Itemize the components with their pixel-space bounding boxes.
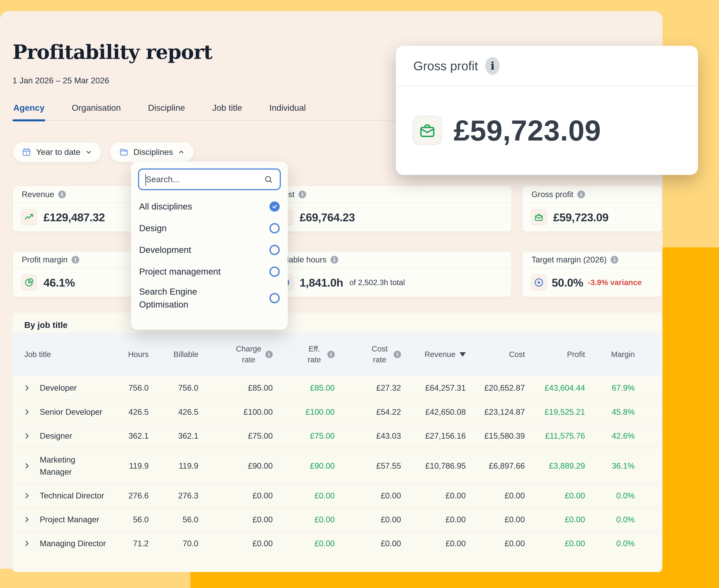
table-cell: £3,889.29: [549, 461, 585, 470]
table-cell: £0.00: [381, 515, 401, 524]
table-row: Senior Developer426.5426.5£100.00£100.00…: [13, 400, 662, 424]
table-cell: 756.0: [128, 383, 149, 393]
expand-chevron-icon[interactable]: [23, 432, 30, 440]
col-header-charge-rate[interactable]: Charge ratei: [235, 333, 273, 376]
background-orange-right: [662, 247, 719, 588]
table-cell: 119.9: [179, 461, 198, 470]
info-icon[interactable]: i: [330, 256, 338, 264]
radio-icon[interactable]: [269, 245, 280, 255]
option-design[interactable]: Design: [139, 217, 280, 239]
option-project-management[interactable]: Project management: [139, 261, 280, 282]
gross-profit-callout: Gross profit i £59,723.09: [396, 46, 698, 175]
tab-discipline[interactable]: Discipline: [147, 103, 186, 120]
job-title-cell: Managing Director: [40, 538, 106, 550]
revenue-label: Revenue: [22, 190, 54, 199]
billable-hours-card: Billable hours i 1,841.0h of 2,502.3h to…: [269, 251, 512, 297]
col-header-hours[interactable]: Hours: [128, 333, 149, 376]
expand-chevron-icon[interactable]: [23, 384, 30, 392]
expand-chevron-icon[interactable]: [23, 408, 30, 416]
table-cell: £20,652.87: [485, 383, 525, 393]
table-cell: 71.2: [133, 539, 149, 548]
disciplines-filter-button[interactable]: Disciplines: [110, 142, 194, 162]
col-header-margin[interactable]: Margin: [611, 333, 635, 376]
table-cell: £0.00: [565, 539, 585, 548]
tab-agency[interactable]: Agency: [13, 103, 45, 120]
chevron-up-icon: [178, 149, 185, 155]
sort-desc-icon: [459, 352, 466, 357]
info-icon[interactable]: i: [327, 351, 335, 358]
col-header-billable[interactable]: Billable: [173, 333, 198, 376]
briefcase-icon: [531, 209, 547, 225]
disciplines-dropdown: All disciplines Design Development Proje…: [131, 162, 288, 330]
table-cell: £0.00: [252, 491, 273, 500]
info-icon[interactable]: i: [71, 256, 79, 264]
col-header-cost[interactable]: Cost: [509, 333, 525, 376]
col-header-job-title[interactable]: Job title: [24, 333, 51, 376]
table-cell: £85.00: [310, 383, 335, 393]
table-cell: £11,575.76: [545, 431, 585, 441]
option-development[interactable]: Development: [139, 239, 280, 261]
billable-hours-value: 1,841.0h: [300, 276, 343, 289]
info-icon[interactable]: i: [58, 191, 66, 198]
option-all-disciplines[interactable]: All disciplines: [139, 196, 280, 217]
section-title: By job title: [24, 320, 67, 330]
table-row: Developer756.0756.0£85.00£85.00£27.32£64…: [13, 376, 662, 400]
search-box[interactable]: [138, 168, 281, 190]
info-icon[interactable]: i: [299, 191, 306, 198]
table-cell: £27.32: [376, 383, 401, 393]
search-input[interactable]: [146, 174, 264, 184]
radio-checked-icon[interactable]: [269, 202, 280, 212]
disciplines-filter-label: Disciplines: [133, 147, 173, 157]
expand-chevron-icon[interactable]: [23, 540, 30, 547]
expand-chevron-icon[interactable]: [23, 516, 30, 523]
page-title: Profitability report: [13, 40, 212, 63]
table-cell: £100.00: [244, 407, 273, 417]
table-cell: 0.0%: [616, 539, 635, 548]
expand-chevron-icon[interactable]: [23, 462, 30, 469]
tab-individual[interactable]: Individual: [268, 103, 307, 120]
table-cell: £64,257.31: [425, 383, 466, 393]
tab-organisation[interactable]: Organisation: [71, 103, 122, 120]
table-cell: £0.00: [252, 515, 273, 524]
col-header-eff-rate[interactable]: Eff. ratei: [304, 333, 335, 376]
info-icon[interactable]: i: [611, 256, 618, 264]
table-cell: £0.00: [314, 491, 335, 500]
tab-job-title[interactable]: Job title: [211, 103, 243, 120]
gross-profit-label: Gross profit: [532, 190, 573, 199]
job-title-cell: Technical Director: [40, 489, 104, 502]
expand-chevron-icon[interactable]: [23, 492, 30, 499]
table-cell: 276.3: [178, 491, 198, 500]
info-icon[interactable]: i: [485, 57, 500, 75]
info-icon[interactable]: i: [265, 351, 273, 358]
table-row: Technical Director276.6276.3£0.00£0.00£0…: [13, 484, 662, 507]
gross-profit-value: £59,723.09: [553, 211, 609, 224]
col-header-revenue[interactable]: Revenue: [425, 333, 466, 376]
table-cell: £15,580.39: [485, 431, 525, 441]
col-header-cost-rate[interactable]: Cost ratei: [369, 333, 401, 376]
table-cell: 426.5: [178, 407, 198, 417]
gross-profit-card: Gross profit i £59,723.09: [522, 186, 662, 232]
profit-margin-value: 46.1%: [43, 276, 75, 289]
table-cell: £43.03: [376, 431, 401, 441]
info-icon[interactable]: i: [577, 191, 585, 198]
radio-icon[interactable]: [269, 293, 280, 303]
table-cell: 42.6%: [612, 431, 635, 441]
radio-icon[interactable]: [269, 267, 280, 277]
table-cell: 45.8%: [612, 407, 635, 417]
callout-value: £59,723.09: [454, 114, 601, 147]
period-filter-button[interactable]: 1 Year to date: [13, 142, 101, 162]
radio-icon[interactable]: [269, 223, 280, 233]
job-title-cell: Project Manager: [40, 513, 99, 526]
pie-chart-icon: [21, 274, 37, 291]
table-cell: £19,525.21: [545, 407, 585, 417]
table-cell: £0.00: [314, 539, 335, 548]
col-header-profit[interactable]: Profit: [567, 333, 585, 376]
info-icon[interactable]: i: [394, 351, 401, 358]
table-cell: 119.9: [129, 461, 149, 470]
table-cell: £75.00: [310, 431, 335, 441]
table-cell: £100.00: [306, 407, 335, 417]
cost-value: £69,764.23: [300, 211, 355, 224]
chevron-down-icon: [85, 149, 92, 155]
option-search-engine-optimisation[interactable]: Search Engine Optimisation: [139, 282, 280, 314]
text-caret: [145, 174, 146, 186]
